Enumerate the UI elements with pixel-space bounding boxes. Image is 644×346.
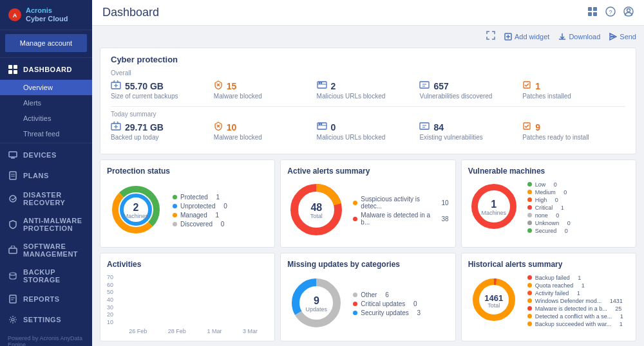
vulnerable-machines-count: 1 Machines — [481, 199, 506, 216]
protection-status-title: Protection status — [107, 167, 268, 176]
quota-dot — [527, 283, 532, 287]
add-widget-button[interactable]: Add widget — [504, 33, 549, 41]
sidebar-item-overview[interactable]: Overview — [0, 80, 92, 95]
overall-metrics: 55.70 GB Size of current backups 15 Malw… — [111, 80, 625, 100]
reports-icon — [8, 294, 18, 304]
sidebar-item-reports[interactable]: REPORTS — [0, 289, 92, 309]
vulnerabilities-label: Vulnerabilities discovered — [419, 93, 522, 100]
svg-rect-36 — [420, 82, 429, 88]
metric-patches-ready: 9 Patches ready to install — [522, 122, 625, 141]
metric-patches-installed: 1 Patches installed — [522, 80, 625, 100]
svg-point-17 — [12, 318, 14, 321]
vulnerable-machines-widget: Vulnerable machines 1 Machines — [461, 159, 636, 248]
legend-malware-detected: Malware is detected in a b... 38 — [353, 212, 448, 226]
metric-malware-blocked: 15 Malware blocked — [214, 80, 317, 100]
sidebar-item-antimalware[interactable]: ANTI-MALWARE PROTECTION — [0, 212, 92, 237]
svg-point-44 — [321, 123, 322, 125]
legend-activity-failed: Activity failed 1 — [527, 290, 623, 296]
sidebar-settings-label: SETTINGS — [23, 316, 61, 323]
low-dot — [527, 182, 532, 187]
send-button[interactable]: Send — [609, 33, 636, 41]
sidebar-item-settings[interactable]: SETTINGS — [0, 309, 92, 330]
legend-critical-updates: Critical updates 0 — [353, 300, 421, 307]
backed-up-today-value: 29.71 GB — [125, 122, 164, 132]
malicious-urls-value: 2 — [331, 81, 336, 91]
managed-dot — [173, 213, 177, 217]
grid-view-icon[interactable] — [587, 6, 598, 19]
svg-point-35 — [321, 82, 322, 84]
download-button[interactable]: Download — [558, 33, 600, 41]
bar-chart-area — [118, 274, 268, 325]
main-content: Dashboard ? Add widget Dow — [92, 0, 644, 346]
backup-icon — [111, 80, 121, 91]
svg-rect-8 — [10, 172, 16, 179]
sidebar-item-alerts[interactable]: Alerts — [0, 95, 92, 111]
missing-updates-donut-widget: 9 Updates Other 6 Critical updates 0 — [287, 274, 448, 334]
legend-backup-failed: Backup failed 1 — [527, 275, 623, 281]
sidebar-item-threat-feed[interactable]: Threat feed — [0, 126, 92, 141]
activity-failed-dot — [527, 291, 532, 295]
dashboard-row2: Activities 70 60 50 40 30 20 10 — [100, 253, 636, 341]
help-icon[interactable]: ? — [605, 6, 616, 19]
sidebar-plans-label: PLANS — [23, 172, 49, 179]
dr-icon — [8, 194, 18, 204]
active-alerts-donut-widget: 48 Total Suspicious activity is detec...… — [287, 181, 448, 241]
sidebar-item-backup-storage[interactable]: BACKUP STORAGE — [0, 263, 92, 289]
svg-rect-7 — [11, 158, 15, 159]
missing-updates-title: Missing updates by categories — [287, 260, 448, 269]
legend-critical: Critical 1 — [527, 205, 571, 211]
widget-toolbar: Add widget Download Send — [100, 31, 636, 42]
protection-status-count: 2 Machines — [124, 203, 149, 219]
protection-status-legend: Protected 1 Unprotected 0 Managed 1 — [173, 194, 227, 228]
historical-alerts-count: 1461 Total — [484, 293, 503, 308]
activities-chart-container: 70 60 50 40 30 20 10 — [107, 274, 268, 334]
svg-rect-20 — [588, 12, 592, 16]
malware-icon — [214, 80, 223, 91]
overall-label: Overall — [111, 69, 625, 77]
backup-succeeded-dot — [527, 322, 532, 326]
metric-malware-today: 10 Malware blocked — [214, 122, 317, 141]
cyber-protection-panel: Cyber protection Overall 55.70 GB Size o… — [100, 48, 636, 154]
sidebar-dashboard-label: DASHBOARD — [23, 66, 72, 73]
sidebar-backup-storage-label: BACKUP STORAGE — [23, 268, 84, 284]
svg-rect-19 — [593, 7, 597, 11]
patches-ready-icon — [522, 122, 531, 132]
active-alerts-donut: 48 Total — [287, 181, 345, 241]
activities-title: Activities — [107, 260, 268, 269]
svg-rect-5 — [14, 70, 17, 74]
vulnerable-machines-donut: 1 Machines — [468, 181, 520, 234]
malware-blocked-value: 15 — [227, 81, 237, 91]
malware-blocked-label: Malware blocked — [214, 93, 317, 100]
user-icon[interactable] — [623, 6, 634, 19]
protected-dot — [173, 195, 177, 199]
metric-urls-today: 0 Malicious URLs blocked — [317, 122, 420, 141]
activities-widget: Activities 70 60 50 40 30 20 10 — [100, 253, 275, 341]
malware-today-value: 10 — [227, 122, 237, 132]
legend-suspicious: Suspicious activity is detec... 10 — [353, 196, 448, 210]
sidebar-item-software[interactable]: SOFTWARE MANAGEMENT — [0, 237, 92, 263]
sidebar-item-activities[interactable]: Activities — [0, 111, 92, 126]
manage-account-button[interactable]: Manage account — [5, 34, 87, 52]
url-today-icon — [317, 122, 327, 132]
sidebar-devices-label: DEVICES — [23, 151, 57, 159]
svg-point-13 — [10, 273, 16, 275]
cyber-panel-title: Cyber protection — [111, 55, 625, 64]
url-icon — [317, 80, 327, 91]
sidebar-item-dashboard[interactable]: DASHBOARD — [0, 59, 92, 80]
topbar: Dashboard ? — [92, 0, 644, 26]
protection-status-donut: 2 Machines — [107, 181, 165, 241]
sidebar-item-plans[interactable]: PLANS — [0, 165, 92, 186]
sidebar-item-devices[interactable]: DEVICES — [0, 145, 92, 165]
svg-rect-2 — [8, 65, 12, 69]
svg-rect-14 — [10, 295, 16, 303]
activities-chart: 26 Feb 28 Feb 1 Mar 3 Mar — [118, 274, 268, 334]
bar-chart-labels: 26 Feb 28 Feb 1 Mar 3 Mar — [118, 328, 268, 334]
svg-point-11 — [10, 196, 16, 202]
sidebar-item-dr[interactable]: DISASTER RECOVERY — [0, 186, 92, 212]
existing-vulns-label: Existing vulnerabilities — [419, 134, 522, 141]
fullscreen-icon[interactable] — [486, 31, 495, 42]
legend-other-updates: Other 6 — [353, 291, 421, 298]
malware-h-dot — [527, 306, 532, 311]
svg-rect-46 — [524, 123, 530, 129]
today-label: Today summary — [111, 111, 625, 118]
